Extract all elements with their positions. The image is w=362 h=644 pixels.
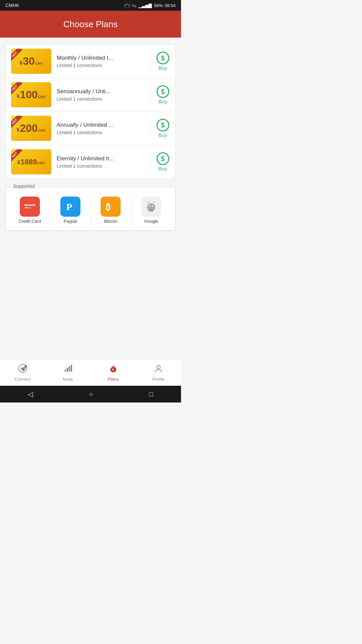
plans-label: Plans: [108, 377, 119, 382]
plan-info-annually: Annually / Unlimited ... Limited 1 conne…: [51, 122, 150, 135]
dollar-icon-annually: $: [157, 119, 169, 131]
price-badge-semiannually: HOT ¥ 100 CNY: [11, 82, 51, 107]
home-button[interactable]: ○: [89, 390, 93, 398]
price-badge-annually: HOT ¥ 200 CNY: [11, 116, 51, 141]
price-text-annually: ¥ 200 CNY: [16, 122, 46, 135]
signal-icon: ▁▃▅▇: [138, 3, 152, 8]
vibrate-icon: 📳: [124, 3, 130, 8]
nav-item-connect[interactable]: 🚀 Connect: [0, 364, 45, 382]
plan-name-monthly: Monthly / Unlimited t...: [57, 55, 144, 61]
plan-row-eternity: HOT ¥ 1889 CNY Eternity / Unlimited tr..…: [6, 145, 175, 178]
svg-text:P: P: [66, 202, 72, 212]
connect-label: Connect: [14, 377, 31, 382]
svg-rect-0: [24, 202, 36, 211]
buy-button-semiannually[interactable]: $ Buy: [150, 85, 170, 104]
header: Choose Plans: [0, 11, 181, 38]
plan-limit-monthly: Limited 1 connections: [57, 63, 144, 68]
plan-info-monthly: Monthly / Unlimited t... Limited 1 conne…: [51, 55, 150, 68]
connect-icon: 🚀: [18, 364, 27, 375]
plan-info-eternity: Eternity / Unlimited tr... Limited 1 con…: [51, 155, 150, 169]
paypal-icon: P: [60, 197, 80, 217]
svg-rect-18: [67, 368, 68, 372]
node-icon: [63, 364, 73, 375]
svg-rect-7: [148, 205, 154, 209]
svg-point-8: [149, 205, 150, 207]
node-label: Node: [63, 377, 73, 382]
supported-section: Supported Credit Card P: [5, 187, 176, 231]
plan-limit-eternity: Limited 1 connections: [57, 163, 144, 169]
google-label: Google: [144, 219, 158, 224]
bottom-nav: 🚀 Connect Node ¥ Plans: [0, 359, 181, 386]
svg-rect-1: [24, 204, 36, 206]
profile-label: Profile: [152, 377, 165, 382]
back-button[interactable]: ◁: [28, 390, 33, 398]
plan-row-semiannually: HOT ¥ 100 CNY Semiannually / Unli... Lim…: [6, 78, 175, 112]
plan-row-monthly: HOT ¥ 30 CNY Monthly / Unlimited t... Li…: [6, 45, 175, 78]
credit-card-icon: [20, 197, 40, 217]
plans-card: HOT ¥ 30 CNY Monthly / Unlimited t... Li…: [5, 44, 176, 179]
plans-icon: ¥: [109, 364, 118, 375]
payment-item-credit-card[interactable]: Credit Card: [10, 194, 50, 226]
buy-button-annually[interactable]: $ Buy: [150, 119, 170, 138]
wifi-icon: ▿▵: [132, 3, 136, 8]
google-pay-icon: pay: [141, 197, 161, 217]
credit-card-label: Credit Card: [19, 219, 41, 224]
price-text-eternity: ¥ 1889 CNY: [17, 158, 45, 166]
status-bar: CMHK 📳 ▿▵ ▁▃▅▇ 58% 08:54: [0, 0, 181, 11]
nav-item-plans[interactable]: ¥ Plans: [90, 364, 136, 382]
price-text-semiannually: ¥ 100 CNY: [16, 89, 46, 101]
payment-item-bitcoin[interactable]: ₿ Bitcoin: [91, 194, 131, 226]
profile-icon: [154, 364, 163, 375]
svg-line-10: [148, 202, 149, 203]
main-content: HOT ¥ 30 CNY Monthly / Unlimited t... Li…: [0, 38, 181, 246]
recent-button[interactable]: □: [149, 390, 153, 398]
bitcoin-label: Bitcoin: [104, 219, 117, 224]
svg-line-11: [153, 202, 155, 203]
dollar-icon-semi: $: [157, 85, 169, 98]
svg-point-23: [157, 365, 160, 369]
plan-name-annually: Annually / Unlimited ...: [57, 122, 144, 128]
svg-rect-2: [25, 207, 28, 208]
payment-item-google[interactable]: pay Google: [131, 194, 171, 226]
svg-rect-20: [71, 365, 72, 372]
plan-name-eternity: Eternity / Unlimited tr...: [57, 155, 144, 162]
nav-item-node[interactable]: Node: [45, 364, 90, 382]
buy-button-monthly[interactable]: $ Buy: [150, 52, 170, 71]
svg-rect-19: [69, 366, 70, 372]
plan-name-semiannually: Semiannually / Unli...: [57, 88, 144, 95]
plan-row-annually: HOT ¥ 200 CNY Annually / Unlimited ... L…: [6, 112, 175, 145]
carrier-label: CMHK: [5, 3, 19, 8]
svg-text:🚀: 🚀: [20, 365, 27, 371]
price-badge-monthly: HOT ¥ 30 CNY: [11, 49, 51, 74]
paypal-label: Paypal: [64, 219, 77, 224]
payment-item-paypal[interactable]: P Paypal: [50, 194, 91, 226]
dollar-icon-eternity: $: [157, 152, 169, 165]
buy-button-eternity[interactable]: $ Buy: [150, 152, 170, 171]
svg-rect-17: [65, 370, 66, 372]
bitcoin-icon: ₿: [101, 197, 121, 217]
time-label: 08:54: [165, 3, 176, 8]
price-text-monthly: ¥ 30 CNY: [19, 55, 43, 67]
svg-text:₿: ₿: [106, 202, 110, 212]
svg-text:pay: pay: [149, 209, 153, 212]
svg-text:¥: ¥: [112, 368, 114, 372]
plan-info-semiannually: Semiannually / Unli... Limited 1 connect…: [51, 88, 150, 102]
price-badge-eternity: HOT ¥ 1889 CNY: [11, 149, 51, 174]
plan-limit-annually: Limited 1 connections: [57, 130, 144, 135]
svg-rect-12: [147, 206, 148, 209]
svg-rect-3: [29, 207, 31, 208]
nav-item-profile[interactable]: Profile: [136, 364, 181, 382]
plan-limit-semiannually: Limited 1 connections: [57, 96, 144, 102]
svg-point-9: [152, 205, 153, 207]
supported-title: Supported: [11, 183, 37, 189]
battery-label: 58%: [154, 3, 163, 8]
android-nav: ◁ ○ □: [0, 386, 181, 402]
svg-rect-13: [154, 206, 155, 209]
dollar-icon-monthly: $: [157, 52, 169, 64]
payment-methods: Credit Card P Paypal ₿ Bitcoin: [10, 191, 171, 226]
status-right: 📳 ▿▵ ▁▃▅▇ 58% 08:54: [124, 3, 176, 8]
page-title: Choose Plans: [63, 19, 118, 30]
